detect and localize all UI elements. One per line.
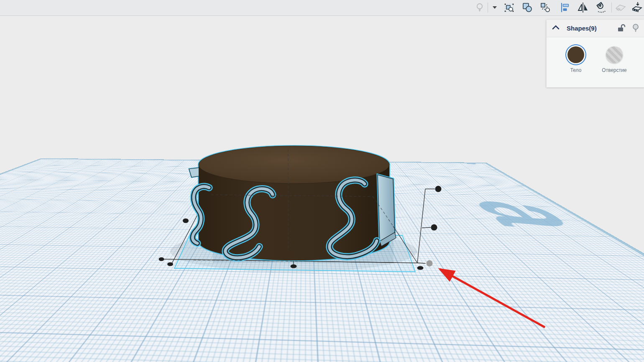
group-icon[interactable] <box>521 1 534 14</box>
scale-handle-dot[interactable] <box>167 263 173 266</box>
shapes-panel: Shapes(9) Тело Отверстие <box>546 20 644 87</box>
workplane-icon[interactable] <box>614 1 627 14</box>
swatch-label-hole: Отверстие <box>593 67 635 73</box>
dropdown-caret-icon[interactable] <box>489 1 500 14</box>
scale-handle-dot[interactable] <box>159 257 164 261</box>
drop-to-workplane-icon[interactable] <box>630 1 644 14</box>
show-all-bulb-icon[interactable] <box>473 1 486 14</box>
toolbar-separator <box>488 3 488 13</box>
ruler-anchor-dot-gray[interactable] <box>427 260 433 267</box>
annotation-arrow <box>440 269 545 327</box>
shapes-panel-header: Shapes(9) <box>547 20 644 37</box>
model-cylinder[interactable] <box>189 146 417 263</box>
scale-handle-dot[interactable] <box>417 266 424 270</box>
bulb-icon[interactable] <box>631 23 640 35</box>
scale-handle-dot[interactable] <box>183 219 189 223</box>
ungroup-icon[interactable] <box>539 1 552 14</box>
collapse-chevron-up-icon[interactable] <box>552 24 560 32</box>
top-toolbar <box>0 0 644 16</box>
right-tab <box>378 175 396 246</box>
shapes-panel-body: Тело Отверстие <box>547 37 644 87</box>
snap-magnet-icon[interactable] <box>594 1 608 14</box>
material-swatch-solid[interactable] <box>567 46 584 63</box>
align-icon[interactable] <box>558 1 572 14</box>
scale-handle-dot[interactable] <box>291 265 297 268</box>
toolbar-separator <box>611 3 612 13</box>
tinkercad-editor: Matterhorn a <box>0 0 644 362</box>
shapes-panel-title: Shapes(9) <box>567 25 597 32</box>
height-handle-dot[interactable] <box>435 186 442 192</box>
swatch-label-solid: Тело <box>555 67 597 73</box>
height-handle-dot[interactable] <box>431 224 437 231</box>
mirror-icon[interactable] <box>576 1 590 14</box>
select-shapes-icon[interactable] <box>503 1 516 14</box>
material-swatch-hole[interactable] <box>606 46 623 63</box>
unlock-icon[interactable] <box>617 23 626 34</box>
